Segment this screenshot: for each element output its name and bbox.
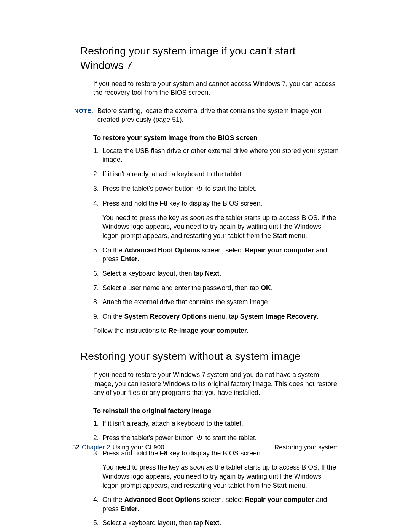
step-text: to start the tablet.	[204, 185, 257, 192]
step-note: You need to press the key as soon as the…	[102, 463, 339, 490]
text: On the	[102, 496, 124, 503]
ui-label: Repair your computer	[245, 496, 314, 503]
step: If it isn't already, attach a keyboard t…	[93, 419, 339, 428]
section-heading-1: Restoring your system image if you can't…	[80, 44, 339, 73]
ui-label: Next	[205, 270, 219, 277]
page-footer: 52 Chapter 2 Using your CL900 Restoring …	[72, 443, 339, 452]
ui-label: Re-image your computer	[168, 327, 247, 334]
text: .	[137, 255, 139, 263]
ui-label: System Image Recovery	[240, 313, 317, 320]
step-text: Attach the external drive that contains …	[102, 298, 270, 306]
page-number: 52	[72, 443, 80, 452]
text: Select a keyboard layout, then tap	[102, 519, 205, 527]
step-text: to start the tablet.	[204, 434, 257, 442]
procedure-heading-1: To restore your system image from the BI…	[93, 134, 339, 143]
text: .	[219, 270, 221, 277]
step: On the Advanced Boot Options screen, sel…	[93, 246, 339, 264]
intro-paragraph-2: If you need to restore your Windows 7 sy…	[93, 371, 339, 398]
text: .	[271, 284, 273, 292]
chapter-title: Using your CL900	[113, 443, 164, 452]
ui-label: Advanced Boot Options	[124, 246, 200, 254]
text: as soon as	[181, 214, 213, 222]
text: as soon as	[181, 463, 213, 471]
step: Press and hold the F8 key to display the…	[93, 449, 339, 490]
step: On the Advanced Boot Options screen, sel…	[93, 495, 339, 513]
key-label: Enter	[121, 505, 138, 513]
power-icon	[196, 435, 203, 444]
section-heading-2: Restoring your system without a system i…	[80, 349, 339, 364]
text: screen, select	[200, 496, 245, 503]
ui-label: OK	[261, 284, 271, 292]
step-text: Press the tablet's power button	[102, 434, 196, 442]
footer-left: 52 Chapter 2 Using your CL900	[72, 443, 164, 452]
step: Press the tablet's power button to start…	[93, 184, 339, 194]
step-text: If it isn't already, attach a keyboard t…	[102, 420, 243, 427]
text: .	[247, 327, 249, 334]
text: On the	[102, 313, 124, 320]
ui-label: Advanced Boot Options	[124, 496, 200, 503]
step-text: If it isn't already, attach a keyboard t…	[102, 170, 243, 178]
follow-paragraph: Follow the instructions to Re-image your…	[93, 326, 339, 335]
text: Select a keyboard layout, then tap	[102, 270, 205, 277]
key-label: Enter	[121, 255, 138, 263]
step: Select a keyboard layout, then tap Next.	[93, 269, 339, 278]
step: Press and hold the F8 key to display the…	[93, 199, 339, 241]
text: .	[137, 505, 139, 513]
step: If it isn't already, attach a keyboard t…	[93, 170, 339, 179]
footer-right: Restoring your system	[274, 443, 339, 452]
step: Select a user name and enter the passwor…	[93, 284, 339, 293]
step-text: Locate the USB flash drive or other exte…	[102, 147, 339, 164]
text: screen, select	[200, 246, 245, 254]
note-block: NOTE: Before starting, locate the extern…	[74, 107, 339, 125]
ui-label: Next	[205, 519, 219, 527]
text: Select a user name and enter the passwor…	[102, 284, 261, 292]
procedure-heading-2: To reinstall the original factory image	[93, 407, 339, 416]
step-text: Press the tablet's power button	[102, 185, 196, 192]
steps-list-2: If it isn't already, attach a keyboard t…	[93, 419, 339, 532]
intro-paragraph-1: If you need to restore your system and c…	[93, 80, 339, 97]
step: Press the tablet's power button to start…	[93, 434, 339, 444]
step: Select a keyboard layout, then tap Next.	[93, 519, 339, 528]
ui-label: Repair your computer	[245, 246, 314, 254]
step: On the System Recovery Options menu, tap…	[93, 312, 339, 321]
step-note: You need to press the key as soon as the…	[102, 214, 339, 241]
note-label: NOTE:	[74, 107, 94, 125]
step: Attach the external drive that contains …	[93, 298, 339, 307]
text: Follow the instructions to	[93, 327, 168, 334]
steps-list-1: Locate the USB flash drive or other exte…	[93, 147, 339, 321]
chapter-label: Chapter 2	[82, 443, 110, 452]
note-body: Before starting, locate the external dri…	[97, 107, 339, 125]
text: You need to press the key	[102, 463, 181, 471]
text: .	[219, 519, 221, 527]
step: Locate the USB flash drive or other exte…	[93, 147, 339, 165]
text: menu, tap	[207, 313, 240, 320]
step-text: key to display the BIOS screen.	[167, 200, 262, 207]
ui-label: System Recovery Options	[124, 313, 207, 320]
text: .	[317, 313, 319, 320]
key-label: F8	[160, 200, 167, 207]
power-icon	[196, 185, 203, 194]
step-text: Press and hold the	[102, 200, 160, 207]
text: On the	[102, 246, 124, 254]
text: You need to press the key	[102, 214, 181, 222]
